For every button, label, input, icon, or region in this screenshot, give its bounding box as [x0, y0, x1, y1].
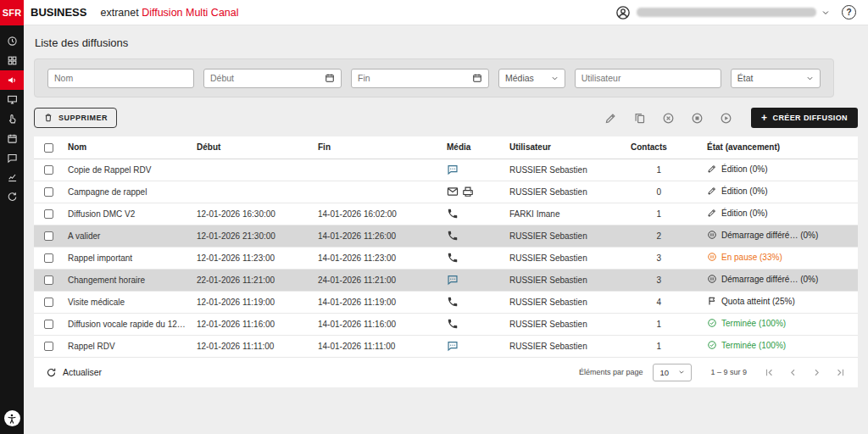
status-badge: Démarrage différé… (0%): [721, 275, 818, 284]
cell-etat: Édition (0%): [678, 203, 858, 225]
chat-icon: [7, 153, 18, 164]
stop-icon[interactable]: [691, 112, 704, 125]
row-checkbox[interactable]: [44, 253, 53, 263]
user-icon: [615, 5, 631, 20]
row-checkbox[interactable]: [44, 275, 53, 285]
cell-contacts: 2: [626, 225, 678, 247]
row-checkbox[interactable]: [44, 298, 53, 307]
table-row[interactable]: A valider 12-01-2026 21:30:00 14-01-2026…: [34, 225, 858, 247]
cell-media: [442, 269, 504, 291]
cancel-icon[interactable]: [662, 112, 675, 125]
sidebar-item-stats[interactable]: [0, 168, 24, 187]
etat-select[interactable]: État: [731, 69, 821, 88]
table-row[interactable]: Rappel RDV 12-01-2026 11:11:00 14-01-202…: [34, 335, 858, 357]
accessibility-button[interactable]: [4, 410, 20, 426]
next-page-icon[interactable]: [811, 367, 822, 378]
sidebar-item-diffusions[interactable]: [0, 70, 24, 90]
row-checkbox[interactable]: [44, 320, 53, 329]
cell-utilisateur: RUSSIER Sebastien: [504, 181, 626, 203]
fin-input[interactable]: [358, 73, 472, 83]
calendar-icon: [7, 133, 18, 144]
nom-input[interactable]: [54, 73, 187, 83]
table-footer: Actualiser Éléments par page 10 1 – 9 su…: [34, 358, 858, 387]
cell-contacts: 4: [626, 291, 678, 313]
sidebar-item-history[interactable]: [0, 31, 24, 51]
per-page-select[interactable]: 10: [653, 364, 692, 381]
header-right: ?: [615, 5, 868, 20]
sidebar-item-apps[interactable]: [0, 51, 24, 70]
cell-fin: 14-01-2026 11:19:00: [313, 291, 442, 313]
table-row[interactable]: Changement horaire 22-01-2026 11:21:00 2…: [34, 269, 858, 291]
table-row[interactable]: Diffusion vocale rapide du 12/01/… 12-01…: [34, 313, 858, 335]
cell-debut: 12-01-2026 11:16:00: [192, 313, 313, 335]
row-checkbox[interactable]: [44, 209, 53, 219]
prev-page-icon[interactable]: [787, 367, 798, 378]
row-checkbox[interactable]: [44, 187, 53, 197]
phone-icon: [447, 230, 459, 242]
row-checkbox[interactable]: [44, 342, 53, 351]
table-row[interactable]: Campagne de rappel RUSSIER Sebastien 0 É…: [34, 181, 858, 203]
cell-debut: 22-01-2026 11:21:00: [192, 269, 313, 291]
chart-icon: [7, 172, 18, 183]
duplicate-icon[interactable]: [633, 112, 646, 125]
table-row[interactable]: Visite médicale 12-01-2026 11:19:00 14-0…: [34, 291, 858, 313]
supprimer-button[interactable]: SUPPRIMER: [34, 108, 117, 128]
cell-media: [442, 335, 504, 357]
cell-fin: 14-01-2026 11:16:00: [313, 313, 442, 335]
status-badge: Édition (0%): [721, 186, 767, 196]
chevron-down-icon[interactable]: [821, 8, 830, 17]
row-checkbox[interactable]: [44, 231, 53, 241]
status-badge: Terminée (100%): [721, 319, 786, 328]
cell-utilisateur: RUSSIER Sebastien: [504, 225, 626, 247]
cell-nom: Diffusion vocale rapide du 12/01/…: [63, 313, 192, 335]
utilisateur-input[interactable]: [581, 73, 715, 83]
filter-fin: [351, 69, 489, 88]
status-badge: En pause (33%): [721, 253, 782, 262]
medias-select[interactable]: Médias: [498, 69, 565, 88]
phone-icon: [447, 208, 459, 220]
cell-debut: 12-01-2026 11:23:00: [192, 247, 313, 269]
cell-etat: Terminée (100%): [678, 313, 858, 335]
sidebar-item-screen[interactable]: [0, 90, 24, 109]
table-row[interactable]: Copie de Rappel RDV RUSSIER Sebastien 1 …: [34, 159, 858, 181]
page-title: Liste des diffusions: [24, 25, 868, 58]
first-page-icon[interactable]: [764, 367, 775, 378]
cell-media: [442, 313, 504, 335]
fax-icon: [462, 186, 474, 198]
deferred-icon: [707, 230, 717, 240]
cell-contacts: 1: [626, 335, 678, 357]
actualiser-button[interactable]: Actualiser: [46, 367, 102, 378]
sidebar-item-planning[interactable]: [0, 129, 24, 148]
select-all-checkbox[interactable]: [44, 143, 53, 153]
play-icon[interactable]: [720, 112, 732, 125]
calendar-icon[interactable]: [325, 73, 335, 83]
main-content: Liste des diffusions Médias État SUPP: [24, 25, 868, 434]
cell-contacts: 3: [626, 269, 678, 291]
actions-toolbar: SUPPRIMER + CRÉER DIFFUSION: [34, 108, 858, 128]
deferred-icon: [707, 274, 717, 284]
row-action-icons: [604, 112, 732, 125]
sidebar-item-touch[interactable]: [0, 109, 24, 129]
table-row[interactable]: Diffusion DMC V2 12-01-2026 16:30:00 14-…: [34, 203, 858, 225]
accessibility-icon: [6, 413, 18, 425]
calendar-icon[interactable]: [472, 73, 482, 83]
etat-select-label: État: [737, 73, 754, 83]
edit-icon[interactable]: [604, 112, 617, 125]
cell-utilisateur: RUSSIER Sebastien: [504, 313, 626, 335]
check-icon: [707, 318, 717, 328]
sidebar-item-messages[interactable]: [0, 148, 24, 168]
row-checkbox[interactable]: [44, 165, 53, 175]
quota-flag-icon: [707, 296, 717, 306]
edit-icon: [707, 186, 717, 196]
sidebar-item-sync[interactable]: [0, 187, 24, 207]
help-button[interactable]: ?: [842, 5, 856, 19]
debut-input[interactable]: [210, 73, 325, 83]
last-page-icon[interactable]: [835, 367, 846, 378]
clock-icon: [7, 36, 18, 47]
cell-etat: Édition (0%): [678, 159, 858, 181]
cell-debut: 12-01-2026 16:30:00: [192, 203, 313, 225]
creer-diffusion-button[interactable]: + CRÉER DIFFUSION: [751, 108, 858, 128]
cell-contacts: 3: [626, 247, 678, 269]
user-account-redacted[interactable]: [637, 8, 816, 17]
table-row[interactable]: Rappel important 12-01-2026 11:23:00 14-…: [34, 247, 858, 269]
